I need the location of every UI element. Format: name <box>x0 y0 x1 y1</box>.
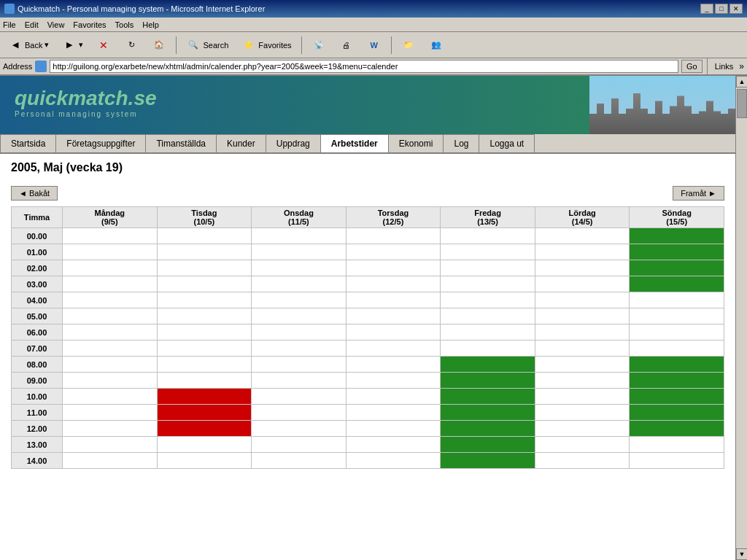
calendar-cell[interactable] <box>441 421 535 437</box>
calendar-cell[interactable] <box>157 357 252 373</box>
calendar-cell[interactable] <box>630 437 724 453</box>
calendar-cell[interactable] <box>252 292 347 308</box>
calendar-cell[interactable] <box>157 389 252 405</box>
back-button[interactable]: ◀ Back ▾ <box>3 35 54 55</box>
calendar-cell[interactable] <box>630 421 724 437</box>
nav-uppdrag[interactable]: Uppdrag <box>266 134 321 152</box>
calendar-cell[interactable] <box>630 405 724 421</box>
scrollbar-track[interactable] <box>736 88 747 548</box>
calendar-cell[interactable] <box>346 276 441 292</box>
forward-nav-button[interactable]: Framåt ► <box>673 186 724 201</box>
calendar-cell[interactable] <box>63 244 158 260</box>
scrollbar[interactable]: ▲ ▼ <box>735 76 747 560</box>
menu-tools[interactable]: Tools <box>115 20 134 29</box>
calendar-cell[interactable] <box>535 324 630 341</box>
calendar-cell[interactable] <box>441 453 535 469</box>
calendar-cell[interactable] <box>535 437 630 453</box>
people-button[interactable]: 👥 <box>424 35 449 55</box>
calendar-cell[interactable] <box>630 357 724 373</box>
calendar-cell[interactable] <box>63 292 158 308</box>
calendar-cell[interactable] <box>252 373 347 389</box>
calendar-cell[interactable] <box>630 373 724 389</box>
back-nav-button[interactable]: ◄ Bakåt <box>11 186 58 201</box>
forward-button[interactable]: ▶ ▾ <box>57 35 88 55</box>
calendar-cell[interactable] <box>441 373 535 389</box>
calendar-cell[interactable] <box>252 244 347 260</box>
calendar-cell[interactable] <box>63 373 158 389</box>
calendar-cell[interactable] <box>157 453 252 469</box>
calendar-cell[interactable] <box>346 324 441 341</box>
calendar-cell[interactable] <box>63 437 158 453</box>
links-button[interactable]: Links <box>712 62 737 71</box>
calendar-cell[interactable] <box>441 437 535 453</box>
calendar-cell[interactable] <box>630 453 724 469</box>
calendar-cell[interactable] <box>630 324 724 341</box>
word-button[interactable]: W <box>362 35 387 55</box>
calendar-cell[interactable] <box>252 308 347 324</box>
calendar-cell[interactable] <box>252 260 347 276</box>
calendar-cell[interactable] <box>535 405 630 421</box>
calendar-cell[interactable] <box>346 405 441 421</box>
calendar-cell[interactable] <box>535 389 630 405</box>
calendar-cell[interactable] <box>252 324 347 341</box>
calendar-cell[interactable] <box>63 405 158 421</box>
calendar-cell[interactable] <box>441 324 535 341</box>
calendar-cell[interactable] <box>535 341 630 357</box>
calendar-cell[interactable] <box>441 244 535 260</box>
scrollbar-thumb[interactable] <box>737 89 747 118</box>
calendar-cell[interactable] <box>535 228 630 244</box>
calendar-cell[interactable] <box>63 324 158 341</box>
address-input[interactable] <box>50 60 678 73</box>
calendar-cell[interactable] <box>157 341 252 357</box>
calendar-cell[interactable] <box>441 405 535 421</box>
search-button[interactable]: 🔍 Search <box>181 35 233 55</box>
nav-logga-ut[interactable]: Logga ut <box>479 134 535 152</box>
calendar-cell[interactable] <box>252 437 347 453</box>
nav-kunder[interactable]: Kunder <box>217 134 266 152</box>
calendar-cell[interactable] <box>252 421 347 437</box>
calendar-cell[interactable] <box>441 276 535 292</box>
calendar-cell[interactable] <box>535 276 630 292</box>
calendar-cell[interactable] <box>157 324 252 341</box>
calendar-cell[interactable] <box>252 341 347 357</box>
scroll-down-button[interactable]: ▼ <box>736 548 747 560</box>
calendar-cell[interactable] <box>441 260 535 276</box>
calendar-cell[interactable] <box>157 228 252 244</box>
nav-timanstallda[interactable]: Timanställda <box>146 134 217 152</box>
calendar-cell[interactable] <box>252 228 347 244</box>
calendar-cell[interactable] <box>157 292 252 308</box>
calendar-cell[interactable] <box>441 292 535 308</box>
calendar-cell[interactable] <box>535 453 630 469</box>
calendar-cell[interactable] <box>441 228 535 244</box>
home-button[interactable]: 🏠 <box>147 35 171 55</box>
print-button[interactable]: 🖨 <box>334 35 359 55</box>
calendar-cell[interactable] <box>630 260 724 276</box>
calendar-cell[interactable] <box>346 292 441 308</box>
calendar-cell[interactable] <box>157 373 252 389</box>
calendar-cell[interactable] <box>252 276 347 292</box>
menu-help[interactable]: Help <box>142 20 159 29</box>
calendar-cell[interactable] <box>535 260 630 276</box>
calendar-cell[interactable] <box>441 341 535 357</box>
calendar-cell[interactable] <box>63 357 158 373</box>
calendar-cell[interactable] <box>157 276 252 292</box>
menu-file[interactable]: File <box>3 20 16 29</box>
go-button[interactable]: Go <box>681 60 703 73</box>
refresh-button[interactable]: ↻ <box>119 35 144 55</box>
calendar-cell[interactable] <box>346 308 441 324</box>
calendar-cell[interactable] <box>535 292 630 308</box>
scroll-up-button[interactable]: ▲ <box>736 76 747 88</box>
calendar-cell[interactable] <box>63 228 158 244</box>
close-button[interactable]: ✕ <box>729 4 743 14</box>
calendar-cell[interactable] <box>346 421 441 437</box>
calendar-cell[interactable] <box>630 292 724 308</box>
nav-ekonomi[interactable]: Ekonomi <box>389 134 444 152</box>
calendar-cell[interactable] <box>63 341 158 357</box>
calendar-cell[interactable] <box>346 260 441 276</box>
calendar-cell[interactable] <box>535 357 630 373</box>
calendar-cell[interactable] <box>157 260 252 276</box>
calendar-cell[interactable] <box>630 244 724 260</box>
maximize-button[interactable]: □ <box>715 4 728 14</box>
nav-log[interactable]: Log <box>444 134 479 152</box>
calendar-cell[interactable] <box>346 341 441 357</box>
